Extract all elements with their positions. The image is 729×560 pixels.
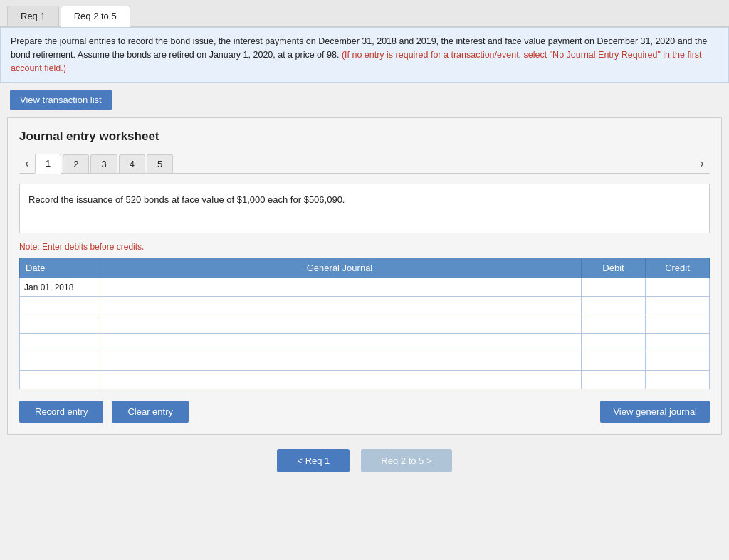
table-row — [20, 297, 710, 315]
row6-credit-input[interactable] — [646, 371, 709, 389]
row3-debit-input[interactable] — [582, 315, 645, 333]
row6-journal[interactable] — [98, 371, 582, 389]
row1-credit[interactable] — [646, 278, 710, 297]
row2-journal[interactable] — [98, 297, 582, 315]
col-header-date: Date — [20, 258, 98, 278]
row3-credit-input[interactable] — [646, 315, 709, 333]
journal-table: Date General Journal Debit Credit Jan 01… — [19, 258, 710, 389]
table-row: Jan 01, 2018 — [20, 278, 710, 297]
row5-debit[interactable] — [582, 352, 646, 371]
row5-journal[interactable] — [98, 352, 582, 371]
row4-debit[interactable] — [582, 334, 646, 352]
table-row — [20, 352, 710, 371]
row2-credit-input[interactable] — [646, 297, 709, 315]
action-buttons-row: Record entry Clear entry View general jo… — [19, 401, 710, 423]
row1-journal[interactable] — [98, 278, 582, 297]
step-next-button[interactable]: › — [694, 154, 710, 172]
row4-debit-input[interactable] — [582, 334, 645, 352]
row2-journal-input[interactable] — [98, 297, 581, 315]
bottom-navigation: < Req 1 Req 2 to 5 > — [0, 449, 729, 487]
row3-journal[interactable] — [98, 315, 582, 334]
step-tab-1[interactable]: 1 — [35, 154, 61, 174]
row4-credit-input[interactable] — [646, 334, 709, 352]
row2-debit[interactable] — [582, 297, 646, 315]
row6-date — [20, 371, 98, 389]
row5-credit[interactable] — [646, 352, 710, 371]
description-text: Record the issuance of 520 bonds at face… — [28, 194, 345, 205]
row5-debit-input[interactable] — [582, 352, 645, 370]
row2-credit[interactable] — [646, 297, 710, 315]
row6-credit[interactable] — [646, 371, 710, 389]
table-row — [20, 315, 710, 334]
description-box: Record the issuance of 520 bonds at face… — [19, 184, 710, 233]
worksheet-title: Journal entry worksheet — [19, 130, 710, 144]
row1-debit[interactable] — [582, 278, 646, 297]
step-prev-button[interactable]: ‹ — [19, 154, 35, 172]
note-text: Note: Enter debits before credits. — [19, 242, 710, 252]
tab-req2to5[interactable]: Req 2 to 5 — [61, 6, 130, 27]
row4-journal[interactable] — [98, 334, 582, 352]
bottom-prev-button[interactable]: < Req 1 — [277, 449, 350, 472]
row3-credit[interactable] — [646, 315, 710, 334]
row5-journal-input[interactable] — [98, 352, 581, 370]
instructions-box: Prepare the journal entries to record th… — [0, 27, 729, 83]
tab-req1[interactable]: Req 1 — [7, 6, 59, 26]
col-header-credit: Credit — [646, 258, 710, 278]
row3-journal-input[interactable] — [98, 315, 581, 333]
row6-journal-input[interactable] — [98, 371, 581, 389]
row2-date — [20, 297, 98, 315]
col-header-general-journal: General Journal — [98, 258, 582, 278]
row1-journal-input[interactable] — [98, 278, 581, 296]
view-transaction-button[interactable]: View transaction list — [10, 90, 112, 110]
row3-date — [20, 315, 98, 334]
row6-debit-input[interactable] — [582, 371, 645, 389]
step-tab-4[interactable]: 4 — [119, 154, 145, 173]
row4-credit[interactable] — [646, 334, 710, 352]
table-row — [20, 334, 710, 352]
view-general-journal-button[interactable]: View general journal — [600, 401, 710, 423]
step-tab-5[interactable]: 5 — [147, 154, 173, 173]
clear-entry-button[interactable]: Clear entry — [112, 401, 189, 423]
bottom-next-button[interactable]: Req 2 to 5 > — [361, 449, 451, 472]
row4-date — [20, 334, 98, 352]
step-tab-3[interactable]: 3 — [90, 154, 117, 173]
col-header-debit: Debit — [582, 258, 646, 278]
row3-debit[interactable] — [582, 315, 646, 334]
row6-debit[interactable] — [582, 371, 646, 389]
row5-credit-input[interactable] — [646, 352, 709, 370]
worksheet-container: Journal entry worksheet ‹ 1 2 3 4 5 › Re… — [7, 117, 722, 435]
step-tab-2[interactable]: 2 — [63, 154, 89, 173]
step-tabs-bar: ‹ 1 2 3 4 5 › — [19, 154, 710, 174]
table-row — [20, 371, 710, 389]
row4-journal-input[interactable] — [98, 334, 581, 352]
row1-debit-input[interactable] — [582, 278, 645, 296]
row5-date — [20, 352, 98, 371]
row1-credit-input[interactable] — [646, 278, 709, 296]
record-entry-button[interactable]: Record entry — [19, 401, 103, 423]
row2-debit-input[interactable] — [582, 297, 645, 315]
row1-date: Jan 01, 2018 — [20, 278, 98, 297]
top-tab-bar: Req 1 Req 2 to 5 — [0, 0, 729, 27]
